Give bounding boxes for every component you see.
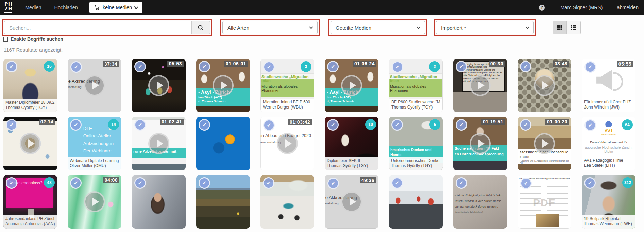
selection-check-badge[interactable]: ✔ xyxy=(520,119,531,131)
count-badge: 6 xyxy=(429,119,440,130)
selection-check-badge[interactable]: ✔ xyxy=(70,177,82,189)
thumb-overlay-text: agogische Hochschule Zürich, Biblio xyxy=(582,145,635,153)
media-tile[interactable]: ✔03:48 xyxy=(518,59,571,112)
selection-check-badge[interactable]: ✔ xyxy=(327,61,339,72)
play-icon[interactable] xyxy=(341,75,362,96)
selection-check-badge[interactable]: ✔ xyxy=(134,61,146,72)
caption-line: Webinare Digitale Learning xyxy=(70,158,119,164)
list-view-button[interactable] xyxy=(567,21,580,34)
caption-line: AV1 Pädagogik Filme xyxy=(584,158,633,163)
media-tile[interactable]: ✔31219 Seilpark RheinfallThomas Weinmann… xyxy=(582,175,635,229)
selection-check-badge[interactable]: ✔ xyxy=(456,61,467,72)
media-tile[interactable]: e ist die Fähigkeit, eine Tafel Schoko l… xyxy=(453,175,507,229)
selection-check-badge[interactable]: ✔ xyxy=(263,119,275,131)
play-icon[interactable] xyxy=(470,133,491,154)
media-tile[interactable]: ssessment in der Hochschuleic Hasslerl L… xyxy=(518,117,571,170)
logout-link[interactable]: abmelden xyxy=(617,5,639,10)
play-icon[interactable] xyxy=(341,191,362,212)
user-menu[interactable]: Marc Signer (MRS) xyxy=(560,5,603,10)
caption-line: Jahresendanlass PH Zürich... xyxy=(5,216,55,222)
media-tile[interactable]: ✔ xyxy=(196,175,250,229)
selection-check-badge[interactable]: ✔ xyxy=(584,119,596,131)
media-tile[interactable]: ✔04:00 xyxy=(68,175,121,229)
cart-dropdown-button[interactable]: keine Medien xyxy=(89,2,142,13)
media-tile[interactable]: ✔ xyxy=(196,117,250,170)
media-tile[interactable]: ✔ xyxy=(389,175,443,229)
play-icon[interactable] xyxy=(148,75,169,96)
media-tile[interactable]: - Asyl - Zürich tion Zürich (AOZ) rt, Th… xyxy=(325,59,378,112)
type-filter-select[interactable]: Alle Arten xyxy=(222,21,318,34)
media-tile[interactable]: - Asyl - Zürich tion Zürich (AOZ) rt, Th… xyxy=(196,59,250,112)
selection-check-badge[interactable]: ✔ xyxy=(584,177,596,189)
play-icon[interactable] xyxy=(534,75,555,96)
selection-check-badge[interactable]: ✔ xyxy=(6,119,17,131)
nav-medien[interactable]: Medien xyxy=(25,5,41,10)
media-tile[interactable]: en-Abbau und Budget 2020nsveranstaltung✔… xyxy=(260,117,314,170)
media-tile[interactable]: ✔02:14 xyxy=(3,117,57,170)
selection-check-badge[interactable]: ✔ xyxy=(392,61,403,73)
search-input[interactable] xyxy=(4,21,191,34)
media-tile[interactable]: ✔ xyxy=(260,175,314,229)
media-tile[interactable]: Managing the unexpected – Umgang mit Ung… xyxy=(453,59,507,112)
play-icon[interactable] xyxy=(470,75,491,96)
selection-check-badge[interactable]: ✔ xyxy=(456,177,467,189)
play-icon[interactable] xyxy=(84,191,105,212)
play-icon[interactable] xyxy=(213,75,234,96)
selection-check-badge[interactable]: ✔ xyxy=(70,119,82,131)
caption-line: Diplomfeier SEK II xyxy=(327,158,376,164)
selection-check-badge[interactable]: ✔ xyxy=(6,177,17,189)
media-tile[interactable]: ✔05:55Für immer uf di Chor PHZ...John Wi… xyxy=(582,59,635,112)
media-tile[interactable]: AV1Pädagogik-FilmeDieses Video ist lizen… xyxy=(582,117,635,170)
selection-check-badge[interactable]: ✔ xyxy=(263,177,274,189)
media-tile[interactable]: ✔10Diplomfeier SEK IIThomas Györffy (TGY… xyxy=(325,117,378,170)
caption-line: John Wilhelm (JWI) xyxy=(584,105,633,110)
sort-filter-value: Importiert ↑ xyxy=(441,25,467,31)
selection-check-badge[interactable]: ✔ xyxy=(327,178,339,189)
shared-filter-select[interactable]: Geteilte Medien xyxy=(331,21,425,34)
media-tile[interactable]: lle Akkreditierungranstaltung✔49:36 xyxy=(325,175,378,229)
caption-line: Migration Inland BE P 600 xyxy=(263,100,312,105)
selection-check-badge[interactable]: ✔ xyxy=(134,177,146,189)
play-icon[interactable] xyxy=(20,133,41,154)
nav-hochladen[interactable]: Hochladen xyxy=(54,5,78,10)
thumbnail-podium: ✔16Master Diplomfeier 18.09.2...Thomas G… xyxy=(3,59,57,112)
media-tile[interactable]: DLE Online-Atelier Aufzeichungen Der Web… xyxy=(68,117,121,170)
help-icon[interactable]: ? xyxy=(539,5,545,11)
selection-check-badge[interactable]: ✔ xyxy=(327,119,339,131)
selection-check-badge[interactable]: ✔ xyxy=(520,178,532,189)
selection-check-badge[interactable]: ✔ xyxy=(391,119,403,131)
search-button[interactable] xyxy=(191,21,210,34)
selection-check-badge[interactable]: ✔ xyxy=(6,61,17,72)
play-icon[interactable] xyxy=(277,133,298,154)
thumbnail-office: ✔ xyxy=(389,175,443,229)
selection-check-badge[interactable]: ✔ xyxy=(584,61,596,73)
selection-check-badge[interactable]: ✔ xyxy=(199,119,210,131)
media-tile[interactable]: Studienwoche „Migration InlanMigration a… xyxy=(260,59,314,112)
sort-filter-select[interactable]: Importiert ↑ xyxy=(436,21,534,34)
media-tile[interactable]: Jahresendanlass?✔48Jahresendanlass PH Zü… xyxy=(3,175,57,229)
play-icon[interactable] xyxy=(148,133,169,154)
exact-search-checkbox[interactable] xyxy=(3,37,8,42)
play-icon[interactable] xyxy=(534,133,555,154)
selection-check-badge[interactable]: ✔ xyxy=(391,177,403,189)
media-tile[interactable]: ✔ xyxy=(132,175,186,229)
selection-check-badge[interactable]: ✔ xyxy=(199,177,210,189)
selection-check-badge[interactable]: ✔ xyxy=(134,119,146,131)
media-tile[interactable]: ✔05:53 xyxy=(132,59,186,112)
media-tile[interactable]: lle Akkreditierungranstaltung✔37:34 xyxy=(68,59,121,112)
grid-view-button[interactable] xyxy=(553,21,567,34)
selection-check-badge[interactable]: ✔ xyxy=(520,61,531,72)
phzh-logo[interactable]: PHZH xyxy=(4,2,12,13)
media-tile[interactable]: Suche nach dem "M-Fakt en Unterrichtsbes… xyxy=(453,117,507,170)
selection-check-badge[interactable]: ✔ xyxy=(199,61,210,72)
media-tile[interactable]: ✔16Master Diplomfeier 18.09.2...Thomas G… xyxy=(3,59,57,112)
selection-check-badge[interactable]: ✔ xyxy=(70,61,82,73)
play-icon[interactable] xyxy=(84,75,105,96)
media-tile[interactable]: hmerisches Denken und Hande ische Hochsc… xyxy=(389,117,443,170)
list-view-icon xyxy=(571,25,576,30)
media-tile[interactable]: rone Arbeitsformen mit ✔01:02:41 xyxy=(132,117,186,170)
media-tile[interactable]: Von rauschenden Festen und grossen Persö… xyxy=(518,175,571,229)
selection-check-badge[interactable]: ✔ xyxy=(456,119,467,131)
media-tile[interactable]: Studienwoche „Migration InlanMigration a… xyxy=(389,59,443,112)
selection-check-badge[interactable]: ✔ xyxy=(263,61,275,73)
